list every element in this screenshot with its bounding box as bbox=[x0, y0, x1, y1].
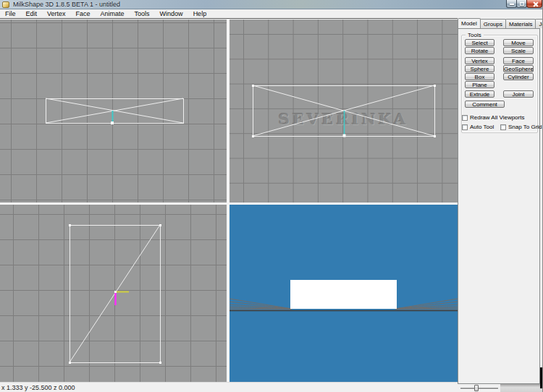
viewport-area: SEVERINKA bbox=[0, 18, 458, 382]
panel-tabs: Model Groups Materials Joints bbox=[458, 18, 543, 28]
auto-tool-checkbox[interactable]: Auto Tool bbox=[462, 124, 494, 130]
slider-track[interactable] bbox=[460, 388, 498, 389]
box-button[interactable]: Box bbox=[465, 73, 494, 80]
checkbox-icon bbox=[462, 115, 468, 121]
menu-tools[interactable]: Tools bbox=[130, 9, 155, 18]
tab-materials[interactable]: Materials bbox=[505, 19, 536, 28]
plane-button[interactable]: Plane bbox=[465, 81, 494, 88]
menu-edit[interactable]: Edit bbox=[21, 9, 43, 18]
rotate-button[interactable]: Rotate bbox=[465, 47, 494, 54]
maximize-button[interactable] bbox=[516, 0, 527, 8]
geosphere-button[interactable]: GeoSphere bbox=[503, 65, 534, 72]
menu-window[interactable]: Window bbox=[155, 9, 188, 18]
menubar: File Edit Vertex Face Animate Tools Wind… bbox=[0, 9, 543, 18]
tools-group-label: Tools bbox=[466, 32, 484, 38]
maximize-icon bbox=[520, 2, 524, 6]
statusbar: x 1.333 y -25.500 z 0.000 bbox=[0, 382, 458, 392]
move-button[interactable]: Move bbox=[503, 39, 534, 46]
cylinder-button[interactable]: Cylinder bbox=[503, 73, 534, 80]
menu-vertex[interactable]: Vertex bbox=[42, 9, 71, 18]
joint-button[interactable]: Joint bbox=[503, 90, 534, 98]
viewport-bottom-left[interactable] bbox=[0, 205, 227, 383]
window-controls bbox=[507, 0, 542, 8]
window-edge-shadow bbox=[540, 367, 543, 388]
wireframe-box-top bbox=[0, 205, 227, 383]
tab-groups[interactable]: Groups bbox=[480, 19, 506, 28]
select-button[interactable]: Select bbox=[465, 39, 494, 46]
menu-help[interactable]: Help bbox=[188, 9, 212, 18]
menu-animate[interactable]: Animate bbox=[96, 9, 130, 18]
tab-joints[interactable]: Joints bbox=[535, 19, 543, 28]
statusbar-grip-area bbox=[500, 384, 543, 392]
snap-to-grid-checkbox[interactable]: Snap To Grid bbox=[500, 124, 542, 130]
app-icon bbox=[2, 1, 9, 8]
titlebar[interactable]: MilkShape 3D 1.8.5 BETA 1 - untitled bbox=[0, 0, 543, 9]
auto-tool-label: Auto Tool bbox=[470, 124, 494, 130]
vertex-button[interactable]: Vertex bbox=[465, 57, 494, 64]
scale-button[interactable]: Scale bbox=[503, 47, 534, 54]
side-panel: Model Groups Materials Joints Tools Sele… bbox=[458, 18, 541, 392]
panel-bottom-slider[interactable] bbox=[458, 384, 500, 392]
shaded-box-3d bbox=[230, 205, 458, 383]
viewport-top-right[interactable]: SEVERINKA bbox=[230, 20, 458, 203]
close-button[interactable] bbox=[526, 0, 542, 8]
model-tab-page: Tools Select Move Rotate Scale Vertex Fa… bbox=[458, 28, 540, 384]
face-button[interactable]: Face bbox=[503, 57, 534, 64]
window-title: MilkShape 3D 1.8.5 BETA 1 - untitled bbox=[13, 1, 120, 9]
minimize-button[interactable] bbox=[506, 0, 517, 8]
checkbox-icon bbox=[500, 124, 506, 130]
extrude-button[interactable]: Extrude bbox=[465, 90, 494, 98]
redraw-all-viewports-checkbox[interactable]: Redraw All Viewports bbox=[462, 114, 524, 121]
menu-file[interactable]: File bbox=[0, 9, 21, 18]
sphere-button[interactable]: Sphere bbox=[465, 65, 494, 72]
tab-model[interactable]: Model bbox=[458, 18, 481, 28]
checkbox-icon bbox=[462, 124, 468, 130]
redraw-all-viewports-label: Redraw All Viewports bbox=[470, 114, 524, 121]
coordinate-readout: x 1.333 y -25.500 z 0.000 bbox=[1, 384, 75, 391]
close-icon bbox=[533, 1, 538, 7]
milkshape-window: { "window": { "title": "MilkShape 3D 1.8… bbox=[0, 0, 543, 392]
viewport-3d[interactable] bbox=[230, 205, 458, 383]
comment-button[interactable]: Comment bbox=[465, 101, 505, 108]
minimize-icon bbox=[510, 4, 514, 5]
menu-face[interactable]: Face bbox=[71, 9, 96, 18]
viewport-top-left[interactable] bbox=[0, 20, 227, 203]
snap-to-grid-label: Snap To Grid bbox=[508, 124, 542, 130]
wireframe-box-front bbox=[0, 20, 227, 203]
slider-thumb[interactable] bbox=[474, 385, 479, 391]
wireframe-box-side bbox=[230, 20, 458, 203]
